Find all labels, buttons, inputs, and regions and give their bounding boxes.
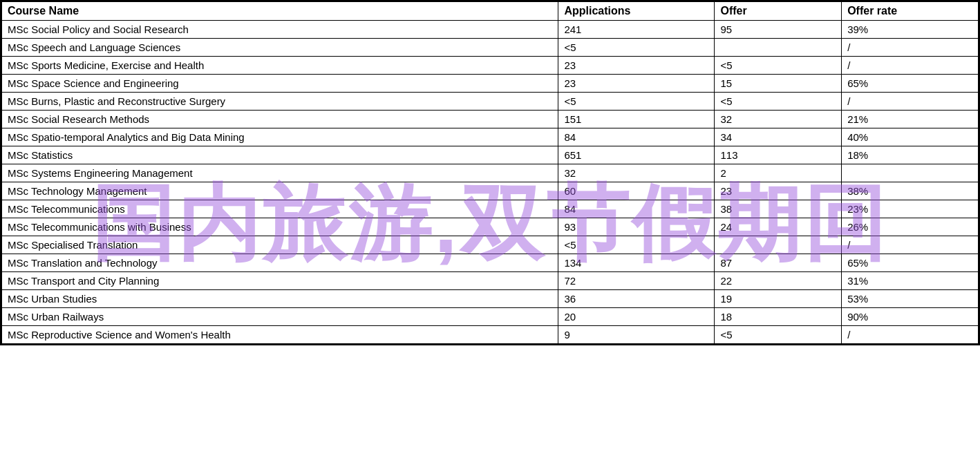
table-row: MSc Urban Railways201890%: [2, 308, 979, 326]
cell-offer: <5: [715, 57, 842, 75]
cell-offer: 95: [715, 21, 842, 39]
cell-course-name: MSc Statistics: [2, 146, 558, 164]
table-row: MSc Urban Studies361953%: [2, 290, 979, 308]
cell-applications: 241: [558, 21, 715, 39]
table-row: MSc Telecommunications843823%: [2, 200, 979, 218]
cell-offer-rate: 39%: [842, 21, 979, 39]
cell-offer-rate: 65%: [842, 75, 979, 93]
cell-applications: 23: [558, 75, 715, 93]
cell-offer: 2: [715, 164, 842, 182]
table-row: MSc Sports Medicine, Exercise and Health…: [2, 57, 979, 75]
table-row: MSc Space Science and Engineering231565%: [2, 75, 979, 93]
cell-course-name: MSc Space Science and Engineering: [2, 75, 558, 93]
cell-offer: 24: [715, 218, 842, 236]
cell-applications: <5: [558, 39, 715, 57]
cell-applications: 72: [558, 272, 715, 290]
cell-offer-rate: 31%: [842, 272, 979, 290]
table-row: MSc Social Research Methods1513221%: [2, 111, 979, 128]
cell-offer: 87: [715, 254, 842, 272]
cell-offer-rate: 18%: [842, 146, 979, 164]
header-offer-rate: Offer rate: [842, 2, 979, 21]
cell-offer-rate: /: [842, 236, 979, 254]
cell-offer: 38: [715, 200, 842, 218]
table-row: MSc Systems Engineering Management322: [2, 164, 979, 182]
table-row: MSc Technology Management602338%: [2, 182, 979, 200]
cell-offer-rate: 26%: [842, 218, 979, 236]
cell-applications: 23: [558, 57, 715, 75]
table-row: MSc Burns, Plastic and Reconstructive Su…: [2, 93, 979, 111]
cell-offer-rate: 40%: [842, 128, 979, 146]
cell-course-name: MSc Specialised Translation: [2, 236, 558, 254]
cell-applications: <5: [558, 236, 715, 254]
cell-applications: 651: [558, 146, 715, 164]
cell-applications: 93: [558, 218, 715, 236]
cell-offer-rate: 23%: [842, 200, 979, 218]
cell-course-name: MSc Urban Railways: [2, 308, 558, 326]
cell-offer-rate: [842, 164, 979, 182]
cell-offer-rate: 21%: [842, 111, 979, 128]
table-row: MSc Translation and Technology1348765%: [2, 254, 979, 272]
cell-course-name: MSc Telecommunications: [2, 200, 558, 218]
data-table: Course Name Applications Offer Offer rat…: [0, 0, 980, 345]
cell-offer: 15: [715, 75, 842, 93]
cell-course-name: MSc Translation and Technology: [2, 254, 558, 272]
cell-applications: 60: [558, 182, 715, 200]
cell-applications: 84: [558, 200, 715, 218]
cell-offer-rate: 90%: [842, 308, 979, 326]
cell-offer: <5: [715, 326, 842, 344]
cell-offer: 23: [715, 182, 842, 200]
cell-course-name: MSc Spatio-temporal Analytics and Big Da…: [2, 128, 558, 146]
cell-offer-rate: 53%: [842, 290, 979, 308]
cell-applications: 32: [558, 164, 715, 182]
cell-course-name: MSc Urban Studies: [2, 290, 558, 308]
cell-offer-rate: /: [842, 39, 979, 57]
cell-offer-rate: /: [842, 57, 979, 75]
cell-offer: [715, 39, 842, 57]
cell-course-name: MSc Sports Medicine, Exercise and Health: [2, 57, 558, 75]
table-row: MSc Reproductive Science and Women's Hea…: [2, 326, 979, 344]
cell-applications: 134: [558, 254, 715, 272]
cell-offer: 34: [715, 128, 842, 146]
cell-offer: 18: [715, 308, 842, 326]
cell-applications: <5: [558, 93, 715, 111]
table-row: MSc Transport and City Planning722231%: [2, 272, 979, 290]
cell-applications: 84: [558, 128, 715, 146]
cell-offer: <5: [715, 93, 842, 111]
cell-applications: 20: [558, 308, 715, 326]
cell-course-name: MSc Social Policy and Social Research: [2, 21, 558, 39]
cell-course-name: MSc Transport and City Planning: [2, 272, 558, 290]
cell-offer: 19: [715, 290, 842, 308]
cell-offer: [715, 236, 842, 254]
cell-course-name: MSc Burns, Plastic and Reconstructive Su…: [2, 93, 558, 111]
table-row: MSc Specialised Translation<5/: [2, 236, 979, 254]
cell-course-name: MSc Technology Management: [2, 182, 558, 200]
table-row: MSc Telecommunications with Business9324…: [2, 218, 979, 236]
header-course-name: Course Name: [2, 2, 558, 21]
cell-offer-rate: /: [842, 93, 979, 111]
cell-course-name: MSc Telecommunications with Business: [2, 218, 558, 236]
cell-offer: 32: [715, 111, 842, 128]
cell-offer-rate: /: [842, 326, 979, 344]
cell-course-name: MSc Speech and Language Sciences: [2, 39, 558, 57]
cell-applications: 9: [558, 326, 715, 344]
cell-course-name: MSc Social Research Methods: [2, 111, 558, 128]
cell-offer-rate: 65%: [842, 254, 979, 272]
cell-applications: 36: [558, 290, 715, 308]
table-row: MSc Speech and Language Sciences<5/: [2, 39, 979, 57]
cell-offer-rate: 38%: [842, 182, 979, 200]
header-offer: Offer: [715, 2, 842, 21]
cell-course-name: MSc Reproductive Science and Women's Hea…: [2, 326, 558, 344]
table-row: MSc Social Policy and Social Research241…: [2, 21, 979, 39]
cell-offer: 113: [715, 146, 842, 164]
header-applications: Applications: [558, 2, 715, 21]
table-row: MSc Spatio-temporal Analytics and Big Da…: [2, 128, 979, 146]
cell-applications: 151: [558, 111, 715, 128]
table-row: MSc Statistics65111318%: [2, 146, 979, 164]
cell-offer: 22: [715, 272, 842, 290]
cell-course-name: MSc Systems Engineering Management: [2, 164, 558, 182]
